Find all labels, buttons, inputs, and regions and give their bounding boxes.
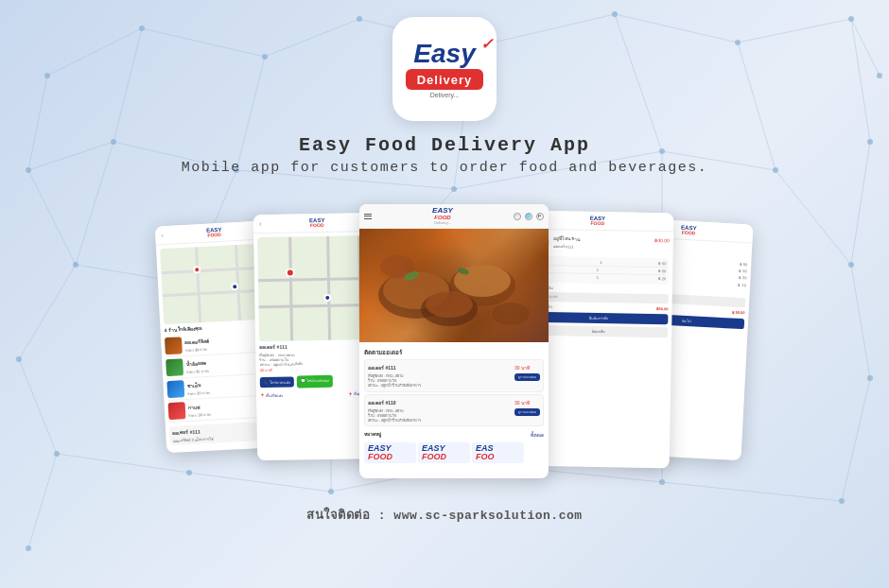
screen3-header: EASY FOOD Delivery... ♡ 🌐 🏳 — [359, 204, 549, 229]
category-label: หมวดหมู่ — [364, 431, 381, 438]
order1-status: สถานะ : อยู่หน้าร้านกำลังสั่งอาหาร — [368, 383, 421, 388]
payment-input[interactable]: กรอกรหัสส่วนลด — [530, 291, 669, 303]
btn-confirm-order[interactable]: ยืนยันการสั่ง — [529, 312, 668, 325]
screen1-brand: EASY FOOD — [206, 227, 222, 238]
s5-item2-price: ฿ 50 — [739, 268, 747, 274]
item2-price: ฿ 50 — [658, 268, 667, 273]
delivery-area-label: 📍 พื้นที่จัดส่ง — [260, 391, 283, 398]
r1-time: ราคา 30 บาท — [185, 347, 210, 354]
restaurant-info-2: น้ำอ้อยสด ราคา 30 บาท — [185, 358, 208, 374]
screen4-brand: EASY FOOD — [590, 216, 606, 226]
logo-easy-text: Easy✓ — [406, 41, 484, 67]
user1-info: อยู่ที่ไหน จ้าน ออเดอร์ #111 — [553, 233, 581, 252]
map-road3 — [195, 247, 201, 322]
order-card-1: ออเดอร์ #111 ที่อยู่จัดส่ง : กทม-สยาม ร้… — [364, 359, 544, 392]
user1-name: อยู่ที่ไหน จ้าน — [553, 235, 581, 242]
btn-back-s4[interactable]: ย้อนกลับ — [529, 325, 668, 338]
r3-name: ชาเย็น — [187, 382, 210, 389]
r4-time: ราคา 30 บาท — [188, 412, 211, 418]
tagline-main: Easy Food Delivery App — [299, 134, 590, 156]
map-pin1 — [193, 266, 200, 273]
order2-right: 30 นาที ดูรายละเอียด — [514, 398, 540, 424]
main-content: Easy✓ Delivery Delivery... Easy Food Del… — [0, 0, 889, 588]
r2-name: น้ำอ้อยสด — [185, 360, 208, 368]
order2-track-btn[interactable]: ดูรายละเอียด — [514, 408, 540, 416]
screen3-content: ติดตามออเดอร์ ออเดอร์ #111 ที่อยู่จัดส่ง… — [359, 342, 549, 467]
total-row: ยอดรวมสินค้า ฿50.00 — [530, 303, 669, 311]
screen4-user-row: อยู่ที่ไหน จ้าน ออเดอร์ #111 ฿40.00 — [531, 233, 670, 255]
order2-num: ออเดอร์ #110 — [368, 400, 421, 406]
btn-line[interactable]: 💬 ไลน์คนส่งของ — [297, 375, 333, 389]
order1-time: 30 นาที — [514, 365, 540, 372]
app-logo: Easy✓ Delivery Delivery... — [392, 17, 497, 121]
easy-food-tiles: EASY FOOD EASY FOOD EAS FOO — [364, 442, 544, 463]
screen2-brand: EASY FOOD — [309, 217, 325, 228]
svg-point-76 — [492, 303, 530, 325]
item1-qty: 1 — [600, 260, 601, 265]
r1-name: ออเดอร์ลิสต์ — [184, 338, 209, 346]
heart-icon: ♡ — [514, 213, 521, 220]
screenshots-area: ‹ EASY FOOD Google — [161, 195, 728, 488]
r4-name: กาแฟ — [188, 404, 211, 411]
item1-price: ฿ 50 — [658, 261, 667, 266]
order2-left: ออเดอร์ #110 ที่อยู่จัดส่ง : กทม-สยาม ร้… — [368, 398, 421, 424]
order1-right: 30 นาที ดูรายละเอียด — [514, 363, 540, 389]
map-road-v1 — [288, 237, 293, 341]
h-line3 — [364, 218, 372, 219]
tagline-sub: Mobile app for customers to order food a… — [182, 160, 708, 176]
logo-delivery-bar: Delivery — [406, 69, 484, 90]
h-line2 — [364, 216, 372, 216]
thumb-food4 — [168, 402, 186, 420]
globe-icon: 🌐 — [525, 213, 532, 220]
item3-price: ฿ 20 — [658, 276, 667, 281]
restaurant-info-4: กาแฟ ราคา 30 บาท — [188, 402, 211, 418]
user1-price: ฿40.00 — [654, 237, 670, 244]
footer: สนใจติดต่อ : www.sc-sparksolution.com — [306, 505, 582, 525]
logo-inner: Easy✓ Delivery Delivery... — [406, 41, 484, 98]
s5-item4-price: ฿ 10 — [738, 282, 746, 287]
thumb-food3 — [166, 380, 184, 398]
order1-header: ออเดอร์ #111 ที่อยู่จัดส่ง : กทม-สยาม ร้… — [368, 363, 540, 389]
footer-contact: สนใจติดต่อ : — [306, 509, 393, 523]
screen4-items: ข้าวผัด 1 ฿ 50 น้ำ 1 ฿ 50 ชา 1 ฿ 20 — [530, 256, 669, 285]
h-line1 — [364, 214, 372, 215]
order-card-2: ออเดอร์ #110 ที่อยู่จัดส่ง : กทม-สยาม ร้… — [364, 394, 544, 427]
item2-qty: 1 — [597, 268, 599, 272]
screen2-back: ‹ — [259, 219, 262, 228]
payment-label: วิธีการชำระเงิน — [530, 285, 669, 292]
see-all-link[interactable]: ทั้งหมด — [531, 431, 544, 439]
footer-website: www.sc-sparksolution.com — [393, 509, 582, 523]
thumb-food1 — [165, 337, 183, 355]
s5-item1-price: ฿ 50 — [740, 262, 748, 268]
screen3-brand: EASY FOOD Delivery... — [432, 207, 453, 225]
order1-track-btn[interactable]: ดูรายละเอียด — [514, 373, 540, 381]
order1-left: ออเดอร์ #111 ที่อยู่จัดส่ง : กทม-สยาม ร้… — [368, 363, 421, 389]
user1-amount: ฿40.00 — [654, 235, 670, 254]
tile3-food: FOO — [476, 453, 520, 461]
category-row: หมวดหมู่ ทั้งหมด — [364, 429, 544, 440]
flag-icon: 🏳 — [536, 213, 544, 220]
logo-delivery-text: Delivery — [417, 73, 473, 87]
tile-1: EASY FOOD — [364, 442, 416, 463]
screen-featured: EASY FOOD Delivery... ♡ 🌐 🏳 — [359, 204, 549, 478]
order2-time: 30 นาที — [514, 400, 540, 406]
screen5-brand: EASY FOOD — [681, 225, 697, 236]
map-pin-dest — [323, 293, 331, 301]
r3-time: ราคา 30 บาท — [187, 390, 210, 396]
order2-status: สถานะ : อยู่หน้าร้านกำลังสั่งอาหาร — [368, 418, 421, 423]
logo-subtitle: Delivery... — [406, 92, 484, 98]
tile-3: EAS FOO — [472, 442, 524, 463]
tile-2: EASY FOOD — [418, 442, 470, 463]
s5-total-value: ฿50.00 — [732, 309, 744, 315]
restaurant-info-1: ออเดอร์ลิสต์ ราคา 30 บาท — [184, 337, 210, 354]
s5-item3-price: ฿ 20 — [739, 275, 747, 281]
screen4-header: ‹ EASY FOOD — [527, 211, 673, 233]
order1-num: ออเดอร์ #111 — [368, 365, 421, 372]
order2-header: ออเดอร์ #110 ที่อยู่จัดส่ง : กทม-สยาม ร้… — [368, 398, 540, 424]
tile2-food: FOOD — [422, 453, 466, 461]
tile1-food: FOOD — [368, 453, 412, 461]
btn-call[interactable]: 📞 โทรหาคนส่ง — [260, 376, 294, 388]
thumb-food2 — [166, 358, 183, 376]
svg-point-74 — [426, 291, 473, 318]
user1-order: ออเดอร์ #111 — [553, 244, 580, 250]
